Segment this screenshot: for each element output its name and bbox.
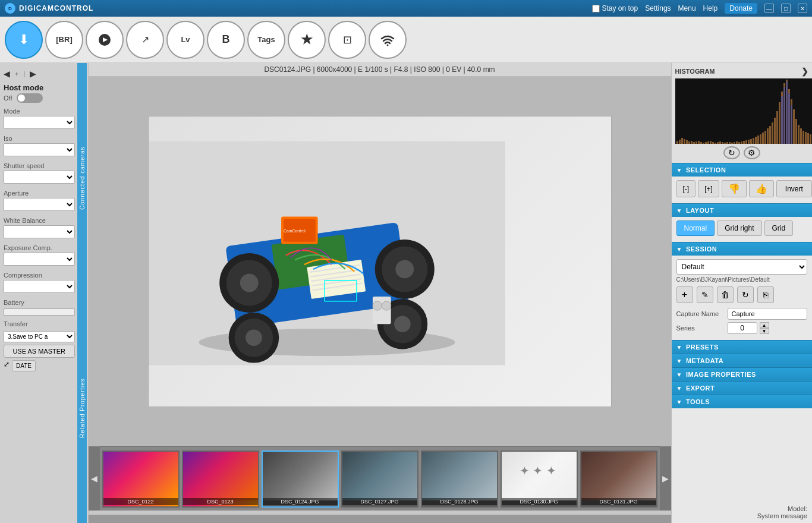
minimize-button[interactable]: — — [764, 4, 774, 13]
thumbnail-5[interactable]: ✦ ✦ ✦ DSC_0130.JPG — [501, 450, 578, 508]
aperture-select[interactable] — [4, 198, 75, 211]
svg-rect-81 — [795, 119, 797, 144]
selection-header[interactable]: ▼ SELECTION — [672, 163, 813, 177]
selection-title: SELECTION — [686, 166, 726, 174]
svg-rect-45 — [710, 141, 712, 144]
histogram-expand-icon[interactable]: ❯ — [801, 67, 808, 76]
star-button[interactable]: ★ — [288, 21, 326, 59]
close-button[interactable]: ✕ — [798, 4, 807, 13]
capture-button[interactable]: ⬇ — [5, 21, 43, 59]
invert-button[interactable]: Invert — [776, 180, 812, 197]
session-copy-button[interactable]: ⎘ — [757, 286, 774, 303]
date-button[interactable]: DATE — [12, 360, 36, 371]
mode-select[interactable] — [4, 116, 75, 129]
presets-chevron: ▼ — [676, 344, 682, 351]
prev-arrow[interactable]: ◀ — [4, 69, 10, 78]
thumb-down-button[interactable]: 👎 — [722, 180, 747, 197]
grid-layout-button[interactable]: Grid — [764, 220, 794, 236]
use-master-button[interactable]: USE AS MASTER — [4, 345, 75, 358]
svg-rect-93 — [781, 96, 783, 144]
stay-on-top-label: Stay on top — [602, 4, 638, 12]
svg-rect-37 — [691, 141, 693, 144]
white-balance-select[interactable] — [4, 225, 75, 238]
host-mode-toggle[interactable] — [17, 93, 43, 103]
grid-right-layout-button[interactable]: Grid right — [717, 220, 761, 236]
session-refresh-button[interactable]: ↻ — [737, 286, 754, 303]
next-arrow[interactable]: ▶ — [30, 69, 36, 78]
hist-settings-button[interactable]: ⚙ — [744, 146, 760, 159]
image-properties-header[interactable]: ▼ IMAGE PROPERTIES — [672, 367, 813, 381]
session-add-button[interactable]: + — [676, 286, 693, 303]
related-properties-tab[interactable]: Related Properties — [77, 293, 87, 523]
shutter-label: Shutter speed — [4, 162, 75, 169]
thumbnail-1[interactable]: DSC_0123 — [182, 450, 259, 508]
hist-refresh-button[interactable]: ↻ — [723, 146, 740, 159]
thumbnail-label-1: DSC_0123 — [183, 498, 258, 505]
minus-button[interactable]: [-] — [676, 180, 696, 197]
layout-header[interactable]: ▼ LAYOUT — [672, 203, 813, 217]
transfer-select[interactable]: 3.Save to PC a — [4, 331, 75, 342]
host-off-label: Off — [4, 94, 12, 102]
layers-button[interactable]: ⊡ — [328, 21, 366, 59]
shutter-select[interactable] — [4, 171, 75, 184]
plus-button[interactable]: [+] — [698, 180, 719, 197]
export-button[interactable]: ↗ — [126, 21, 164, 59]
normal-layout-button[interactable]: Normal — [676, 220, 715, 236]
thumbnail-6[interactable]: DSC_0131.JPG — [580, 450, 657, 508]
main-image: CamControl — [148, 116, 612, 407]
metadata-header[interactable]: ▼ METADATA — [672, 354, 813, 367]
session-header[interactable]: ▼ SESSION — [672, 242, 813, 256]
svg-rect-34 — [684, 139, 685, 144]
iso-select[interactable] — [4, 143, 75, 156]
session-edit-button[interactable]: ✎ — [697, 286, 713, 303]
svg-rect-50 — [722, 142, 723, 144]
settings-link[interactable]: Settings — [645, 4, 671, 12]
help-link[interactable]: Help — [703, 4, 718, 12]
thumb-up-button[interactable]: 👍 — [749, 180, 774, 197]
connected-cameras-tab[interactable]: Connected cameras — [77, 63, 87, 293]
title-bar: D DIGICAMCONTROL Stay on top Settings Me… — [0, 0, 812, 17]
stay-on-top-checkbox[interactable] — [592, 5, 600, 12]
left-sidebar-content: ◀ + | ▶ Host mode Off Mode Iso Shutter s… — [0, 63, 88, 523]
center-content: DSC0124.JPG | 6000x4000 | E 1/100 s | F4… — [89, 63, 671, 523]
tags-button[interactable]: Tags — [247, 21, 285, 59]
b-button[interactable]: B — [207, 21, 245, 59]
thumbnail-4[interactable]: DSC_0128.JPG — [421, 450, 498, 508]
wifi-button[interactable] — [369, 21, 407, 59]
thumbnail-3[interactable]: DSC_0127.JPG — [341, 450, 418, 508]
series-arrows: ▲ ▼ — [760, 322, 769, 334]
thumb-scroll-right[interactable]: ▶ — [660, 446, 671, 511]
tools-header[interactable]: ▼ TOOLS — [672, 395, 813, 408]
thumbnail-label-2: DSC_0124.JPG — [263, 498, 338, 505]
stay-on-top-toggle[interactable]: Stay on top — [592, 4, 638, 12]
session-delete-button[interactable]: 🗑 — [717, 286, 734, 303]
horizontal-scrollbar[interactable] — [89, 515, 671, 523]
presets-header[interactable]: ▼ PRESETS — [672, 340, 813, 354]
title-controls: Stay on top Settings Menu Help Donate — … — [592, 3, 808, 14]
donate-link[interactable]: Donate — [725, 3, 757, 14]
sort-icon[interactable]: ⤢ — [4, 360, 10, 371]
thumbnail-2[interactable]: DSC_0124.JPG — [262, 450, 339, 508]
restore-button[interactable]: □ — [781, 4, 791, 13]
thumbnail-0[interactable]: DSC_0122 — [102, 450, 180, 508]
export-header[interactable]: ▼ EXPORT — [672, 381, 813, 395]
thumb-scroll-left[interactable]: ◀ — [89, 446, 100, 511]
host-toggle: Off — [4, 93, 75, 103]
sidebar-coord: + — [15, 70, 18, 77]
lv-button[interactable]: Lv — [166, 21, 204, 59]
histogram-title: HISTOGRAM ❯ — [675, 67, 809, 76]
histogram-controls: ↻ ⚙ — [675, 146, 809, 159]
svg-point-28 — [382, 301, 391, 310]
bottom-info: Model: System message — [672, 493, 813, 523]
compression-select[interactable] — [4, 280, 75, 293]
menu-link[interactable]: Menu — [678, 4, 696, 12]
bracketing-button[interactable]: [BR] — [45, 21, 83, 59]
exposure-select[interactable] — [4, 253, 75, 266]
session-name-select[interactable]: Default — [676, 259, 808, 275]
svg-rect-68 — [764, 131, 766, 144]
svg-rect-58 — [741, 141, 742, 144]
series-down-button[interactable]: ▼ — [760, 328, 769, 334]
series-up-button[interactable]: ▲ — [760, 322, 769, 328]
histogram-title-text: HISTOGRAM — [675, 68, 715, 75]
video-button[interactable] — [86, 21, 124, 59]
